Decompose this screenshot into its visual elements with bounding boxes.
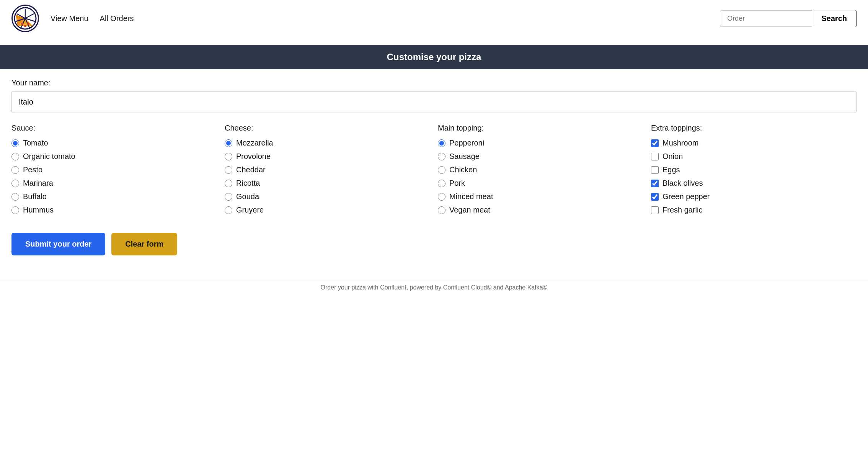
sauce-pesto-radio[interactable]: [11, 166, 19, 174]
cheese-gouda-radio[interactable]: [225, 193, 232, 201]
extra-eggs-checkbox[interactable]: [651, 166, 659, 174]
search-area: Search: [720, 10, 857, 27]
main-content: Your name: Sauce: Tomato Organic tomato …: [0, 69, 868, 280]
main-minced-meat-radio[interactable]: [438, 193, 445, 201]
sauce-options: Tomato Organic tomato Pesto Marinara Buf…: [11, 139, 217, 214]
list-item: Mushroom: [651, 139, 857, 147]
sauce-organic-tomato-label: Organic tomato: [23, 152, 75, 161]
sauce-organic-tomato-radio[interactable]: [11, 153, 19, 160]
cheese-gouda-label: Gouda: [236, 192, 259, 201]
extra-green-pepper-label: Green pepper: [662, 192, 710, 201]
search-button[interactable]: Search: [812, 10, 857, 27]
main-vegan-meat-radio[interactable]: [438, 206, 445, 214]
main-topping-label: Main topping:: [438, 124, 643, 132]
sauce-group: Sauce: Tomato Organic tomato Pesto Marin…: [11, 124, 217, 219]
main-pork-label: Pork: [449, 179, 465, 188]
extra-onion-checkbox[interactable]: [651, 153, 659, 160]
list-item: Hummus: [11, 206, 217, 214]
cheese-mozzarella-label: Mozzarella: [236, 139, 273, 147]
cheese-label: Cheese:: [225, 124, 430, 132]
svg-point-12: [24, 25, 26, 27]
list-item: Green pepper: [651, 192, 857, 201]
list-item: Minced meat: [438, 192, 643, 201]
cheese-ricotta-radio[interactable]: [225, 180, 232, 187]
sauce-tomato-radio[interactable]: [11, 139, 19, 147]
logo-icon: [11, 5, 39, 32]
extra-toppings-group: Extra toppings: Mushroom Onion Eggs Blac…: [651, 124, 857, 219]
svg-point-11: [27, 23, 29, 25]
sauce-label: Sauce:: [11, 124, 217, 132]
extra-toppings-label: Extra toppings:: [651, 124, 857, 132]
main-chicken-label: Chicken: [449, 165, 477, 174]
extra-toppings-options: Mushroom Onion Eggs Black olives Green p…: [651, 139, 857, 214]
list-item: Mozzarella: [225, 139, 430, 147]
main-chicken-radio[interactable]: [438, 166, 445, 174]
extra-onion-label: Onion: [662, 152, 683, 161]
sauce-hummus-label: Hummus: [23, 206, 54, 214]
list-item: Buffalo: [11, 192, 217, 201]
sauce-pesto-label: Pesto: [23, 165, 42, 174]
cheese-options: Mozzarella Provolone Cheddar Ricotta Gou…: [225, 139, 430, 214]
main-minced-meat-label: Minced meat: [449, 192, 493, 201]
search-input[interactable]: [720, 10, 812, 27]
cheese-provolone-radio[interactable]: [225, 153, 232, 160]
extra-green-pepper-checkbox[interactable]: [651, 193, 659, 201]
main-topping-options: Pepperoni Sausage Chicken Pork Minced me…: [438, 139, 643, 214]
list-item: Cheddar: [225, 165, 430, 174]
extra-fresh-garlic-checkbox[interactable]: [651, 206, 659, 214]
buttons-row: Submit your order Clear form: [11, 233, 857, 255]
cheese-mozzarella-radio[interactable]: [225, 139, 232, 147]
list-item: Gruyere: [225, 206, 430, 214]
cheese-gruyere-radio[interactable]: [225, 206, 232, 214]
cheese-group: Cheese: Mozzarella Provolone Cheddar Ric…: [225, 124, 430, 219]
nav: View Menu All Orders: [51, 14, 134, 23]
list-item: Fresh garlic: [651, 206, 857, 214]
list-item: Pesto: [11, 165, 217, 174]
extra-black-olives-label: Black olives: [662, 179, 703, 188]
main-topping-group: Main topping: Pepperoni Sausage Chicken …: [438, 124, 643, 219]
sauce-marinara-radio[interactable]: [11, 180, 19, 187]
name-input[interactable]: [11, 91, 857, 113]
clear-button[interactable]: Clear form: [111, 233, 177, 255]
cheese-gruyere-label: Gruyere: [236, 206, 264, 214]
options-grid: Sauce: Tomato Organic tomato Pesto Marin…: [11, 124, 857, 219]
extra-fresh-garlic-label: Fresh garlic: [662, 206, 702, 214]
list-item: Pork: [438, 179, 643, 188]
page-title: Customise your pizza: [0, 45, 868, 69]
main-pork-radio[interactable]: [438, 180, 445, 187]
sauce-marinara-label: Marinara: [23, 179, 53, 188]
list-item: Gouda: [225, 192, 430, 201]
submit-button[interactable]: Submit your order: [11, 233, 105, 255]
footer: Order your pizza with Confluent, powered…: [0, 280, 868, 295]
main-pepperoni-radio[interactable]: [438, 139, 445, 147]
list-item: Provolone: [225, 152, 430, 161]
svg-point-10: [21, 23, 23, 25]
nav-view-menu[interactable]: View Menu: [51, 14, 88, 23]
list-item: Pepperoni: [438, 139, 643, 147]
cheese-cheddar-label: Cheddar: [236, 165, 266, 174]
list-item: Ricotta: [225, 179, 430, 188]
list-item: Sausage: [438, 152, 643, 161]
nav-all-orders[interactable]: All Orders: [100, 14, 134, 23]
list-item: Organic tomato: [11, 152, 217, 161]
list-item: Black olives: [651, 179, 857, 188]
list-item: Chicken: [438, 165, 643, 174]
sauce-hummus-radio[interactable]: [11, 206, 19, 214]
sauce-buffalo-label: Buffalo: [23, 192, 47, 201]
extra-eggs-label: Eggs: [662, 165, 680, 174]
cheese-ricotta-label: Ricotta: [236, 179, 260, 188]
extra-mushroom-label: Mushroom: [662, 139, 698, 147]
list-item: Eggs: [651, 165, 857, 174]
main-sausage-radio[interactable]: [438, 153, 445, 160]
cheese-cheddar-radio[interactable]: [225, 166, 232, 174]
list-item: Vegan meat: [438, 206, 643, 214]
sauce-tomato-label: Tomato: [23, 139, 48, 147]
list-item: Onion: [651, 152, 857, 161]
list-item: Tomato: [11, 139, 217, 147]
extra-black-olives-checkbox[interactable]: [651, 180, 659, 187]
cheese-provolone-label: Provolone: [236, 152, 271, 161]
header: View Menu All Orders Search: [0, 0, 868, 37]
sauce-buffalo-radio[interactable]: [11, 193, 19, 201]
extra-mushroom-checkbox[interactable]: [651, 139, 659, 147]
main-pepperoni-label: Pepperoni: [449, 139, 484, 147]
